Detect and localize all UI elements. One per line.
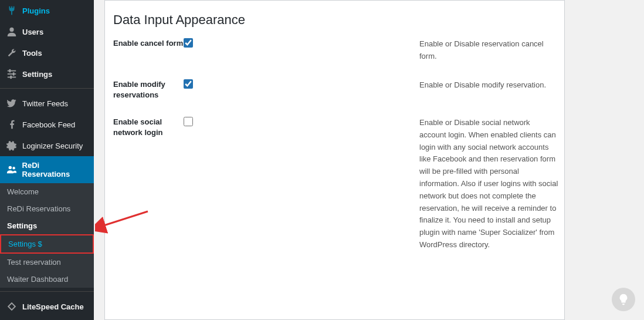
sidebar-item-settings[interactable]: Settings [0,63,94,85]
sidebar-item-plugins[interactable]: Plugins [0,0,94,21]
collapse-menu[interactable]: Collapse menu [0,317,94,320]
svg-point-8 [12,167,15,170]
label-social-login: Enable social network login [113,117,184,138]
svg-rect-4 [9,69,11,72]
sidebar-item-redi[interactable]: ReDi Reservations [0,156,94,183]
sidebar-label: Settings [22,70,52,79]
diamond-icon [6,301,18,312]
submenu-redi[interactable]: ReDi Reservations [0,200,94,217]
desc-modify-reservations: Enable or Disable modify reservation. [254,79,558,92]
label-cancel-form: Enable cancel form [113,38,184,49]
svg-rect-2 [8,73,16,75]
checkbox-social-login[interactable] [184,117,193,126]
checkbox-modify-reservations[interactable] [184,79,193,89]
sidebar-label: Loginizer Security [22,142,83,150]
svg-point-7 [8,166,11,169]
control-modify-reservations [184,79,254,91]
sidebar-separator [0,88,94,93]
svg-point-0 [9,28,13,32]
svg-rect-1 [8,70,16,72]
admin-sidebar: Plugins Users Tools Settings Twitter Fee… [0,0,94,320]
submenu-settings[interactable]: Settings [0,217,94,234]
sidebar-label: Plugins [22,6,50,15]
desc-cancel-form: Enable or Disable reservation cancel for… [254,38,558,63]
sidebar-item-users[interactable]: Users [0,21,94,42]
sidebar-label: Tools [22,49,42,58]
row-cancel-form: Enable cancel form Enable or Disable res… [113,38,564,63]
submenu-waiter-dashboard[interactable]: Waiter Dashboard [0,271,94,288]
sidebar-label: Facebook Feed [22,120,75,129]
sidebar-separator [0,291,94,296]
user-icon [6,26,18,38]
sidebar-item-litespeed[interactable]: LiteSpeed Cache [0,296,94,317]
control-cancel-form [184,38,254,50]
sidebar-label: ReDi Reservations [22,161,88,178]
section-title: Data Input Appearance [113,12,564,28]
sidebar-label: Users [22,28,43,36]
submenu-test-reservation[interactable]: Test reservation [0,254,94,271]
lightbulb-icon [617,293,630,306]
plug-icon [6,5,18,16]
submenu-settings-dollar[interactable]: Settings $ [0,234,94,254]
sidebar-item-twitter[interactable]: Twitter Feeds [0,93,94,114]
wrench-icon [6,47,18,59]
gear-icon [6,140,18,151]
desc-social-login: Enable or Disable social network account… [254,117,558,251]
label-modify-reservations: Enable modify reservations [113,79,184,100]
facebook-icon [6,119,18,130]
row-social-login: Enable social network login Enable or Di… [113,117,564,251]
sliders-icon [6,68,18,80]
sidebar-item-facebook[interactable]: Facebook Feed [0,114,94,135]
control-social-login [184,117,254,129]
svg-rect-6 [10,76,12,79]
submenu-welcome[interactable]: Welcome [0,183,94,200]
group-icon [6,164,18,176]
sidebar-submenu: Welcome ReDi Reservations Settings Setti… [0,183,94,288]
row-modify-reservations: Enable modify reservations Enable or Dis… [113,79,564,100]
twitter-icon [6,97,18,109]
sidebar-label: Twitter Feeds [22,99,68,108]
help-button[interactable] [612,288,635,311]
svg-rect-5 [13,72,15,75]
settings-panel: Data Input Appearance Enable cancel form… [104,0,565,320]
sidebar-item-loginizer[interactable]: Loginizer Security [0,135,94,156]
sidebar-label: LiteSpeed Cache [22,302,84,311]
checkbox-cancel-form[interactable] [184,38,193,48]
sidebar-item-tools[interactable]: Tools [0,42,94,63]
